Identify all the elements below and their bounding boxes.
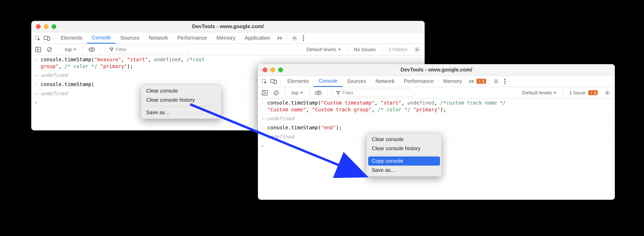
svg-point-5 [303, 37, 304, 39]
tab-performance[interactable]: Performance [399, 76, 439, 87]
chevron-right-icon: › [34, 81, 39, 88]
filter-input[interactable]: Filter [105, 46, 188, 53]
kebab-menu-icon[interactable] [501, 78, 508, 84]
chevron-right-icon: › [261, 124, 265, 131]
funnel-icon [109, 47, 114, 52]
more-tabs-icon[interactable] [467, 80, 476, 83]
inspect-icon[interactable] [33, 33, 42, 43]
console-input-row[interactable]: › console.timeStamp("Custom timestamp", … [258, 99, 615, 114]
divider [101, 46, 101, 53]
divider [347, 46, 348, 53]
filter-placeholder: Filter [342, 90, 353, 96]
more-tabs-icon[interactable] [275, 36, 285, 40]
console-toolbar: top Filter Default levels 1 Issue: 1 [258, 87, 615, 99]
console-settings-icon[interactable] [602, 90, 613, 96]
hidden-messages[interactable]: 2 hidden [386, 47, 410, 52]
svg-rect-17 [479, 82, 480, 82]
settings-icon[interactable] [491, 78, 501, 84]
log-levels-dropdown[interactable]: Default levels [520, 90, 559, 96]
console-code: console.timeStamp( [41, 81, 94, 88]
divider [280, 78, 281, 85]
tab-network[interactable]: Network [144, 32, 172, 44]
tab-application[interactable]: Application [240, 32, 275, 44]
undefined-value: undefined [41, 72, 67, 79]
kebab-menu-icon[interactable] [300, 35, 307, 41]
divider [382, 46, 382, 53]
console-input-row[interactable]: › console.timeStamp("end"); [258, 123, 615, 132]
svg-rect-7 [35, 47, 41, 52]
svg-point-18 [495, 81, 497, 82]
window-title: DevTools - www.google.com/ [258, 67, 615, 73]
tab-console[interactable]: Console [87, 32, 115, 44]
context-menu: Clear console Clear console history Save… [141, 84, 221, 119]
svg-rect-15 [274, 80, 276, 84]
chevron-down-icon [553, 92, 556, 94]
chevron-right-icon: › [261, 142, 265, 149]
tab-sources[interactable]: Sources [342, 76, 371, 87]
live-expression-icon[interactable] [87, 45, 96, 54]
console-code: console.timeStamp("end"); [267, 124, 342, 131]
tab-memory[interactable]: Memory [438, 76, 467, 87]
log-levels-dropdown[interactable]: Default levels [305, 47, 343, 52]
context-label: top [65, 47, 72, 52]
tab-network[interactable]: Network [371, 76, 399, 87]
console-settings-icon[interactable] [412, 47, 423, 52]
issue-badge[interactable]: 1 [476, 79, 486, 84]
svg-rect-2 [47, 37, 50, 40]
tab-elements[interactable]: Elements [56, 32, 87, 44]
minimize-icon[interactable] [44, 24, 48, 29]
clear-console-icon[interactable] [45, 45, 54, 54]
issue-badge: 1 [588, 90, 598, 95]
divider [309, 89, 309, 96]
svg-point-3 [294, 37, 295, 39]
svg-point-4 [303, 35, 304, 37]
tab-elements[interactable]: Elements [283, 76, 314, 87]
divider [58, 46, 59, 53]
svg-point-20 [504, 81, 505, 82]
minimize-icon[interactable] [270, 68, 275, 72]
close-icon[interactable] [36, 24, 41, 29]
traffic-lights [258, 68, 283, 72]
menu-copy-console[interactable]: Copy console [368, 156, 440, 166]
menu-clear-console-history[interactable]: Clear console history [143, 95, 220, 105]
maximize-icon[interactable] [52, 24, 56, 29]
tab-performance[interactable]: Performance [173, 32, 212, 44]
sidebar-toggle-icon[interactable] [33, 45, 43, 54]
menu-clear-console[interactable]: Clear console [143, 86, 220, 95]
menu-clear-console-history[interactable]: Clear console history [368, 144, 440, 153]
live-expression-icon[interactable] [314, 88, 323, 98]
tab-console[interactable]: Console [314, 76, 342, 87]
menu-separator [144, 106, 219, 106]
titlebar: DevTools - www.google.com/ [258, 64, 615, 76]
device-toggle-icon[interactable] [42, 33, 52, 43]
menu-save-as[interactable]: Save as… [368, 166, 440, 175]
tab-memory[interactable]: Memory [212, 32, 240, 44]
issues-indicator[interactable]: 1 Issue: 1 [567, 90, 600, 96]
return-arrow-icon: ‹· [261, 115, 265, 122]
chevron-right-icon: › [261, 100, 265, 106]
menu-clear-console[interactable]: Clear console [368, 135, 440, 144]
close-icon[interactable] [263, 68, 267, 72]
undefined-value: undefined [41, 90, 67, 97]
inspect-icon[interactable] [259, 77, 269, 86]
divider [83, 46, 83, 53]
svg-point-29 [606, 92, 608, 94]
device-toggle-icon[interactable] [269, 77, 278, 86]
maximize-icon[interactable] [278, 68, 283, 72]
context-selector[interactable]: top [63, 47, 78, 52]
context-selector[interactable]: top [289, 90, 305, 96]
tab-sources[interactable]: Sources [116, 32, 144, 44]
filter-input[interactable]: Filter [332, 89, 415, 97]
svg-line-25 [275, 91, 278, 94]
svg-point-21 [504, 83, 505, 84]
return-arrow-icon: ‹· [34, 90, 39, 97]
window-title: DevTools - www.google.com/ [31, 23, 425, 29]
settings-icon[interactable] [289, 35, 300, 41]
menu-save-as[interactable]: Save as… [143, 108, 220, 117]
issues-indicator[interactable]: No Issues [352, 47, 378, 52]
clear-console-icon[interactable] [271, 88, 281, 98]
chevron-right-icon: › [34, 99, 39, 106]
divider [488, 78, 488, 85]
chevron-down-icon [73, 48, 76, 51]
sidebar-toggle-icon[interactable] [260, 88, 269, 98]
